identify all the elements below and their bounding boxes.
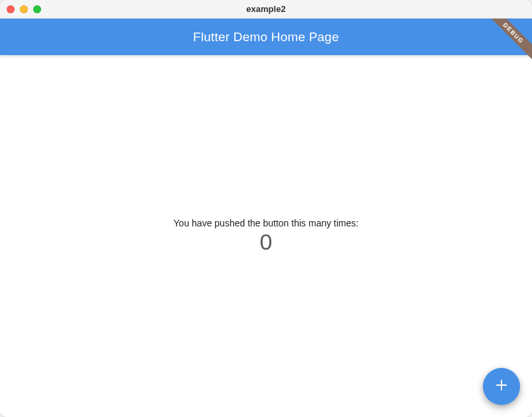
plus-icon: [494, 377, 509, 396]
app-bar-title: Flutter Demo Home Page: [193, 30, 339, 44]
minimize-window-button[interactable]: [20, 5, 28, 13]
window-title: example2: [0, 4, 532, 14]
close-window-button[interactable]: [7, 5, 15, 13]
zoom-window-button[interactable]: [33, 5, 41, 13]
increment-fab[interactable]: [483, 368, 520, 405]
push-count-label: You have pushed the button this many tim…: [174, 218, 359, 228]
app-bar: Flutter Demo Home Page DEBUG: [0, 19, 532, 55]
app-window: example2 Flutter Demo Home Page DEBUG Yo…: [0, 0, 532, 417]
window-titlebar: example2: [0, 0, 532, 19]
counter-value: 0: [260, 230, 273, 254]
body: You have pushed the button this many tim…: [0, 55, 532, 417]
window-controls: [0, 5, 41, 13]
app-content: Flutter Demo Home Page DEBUG You have pu…: [0, 19, 532, 417]
